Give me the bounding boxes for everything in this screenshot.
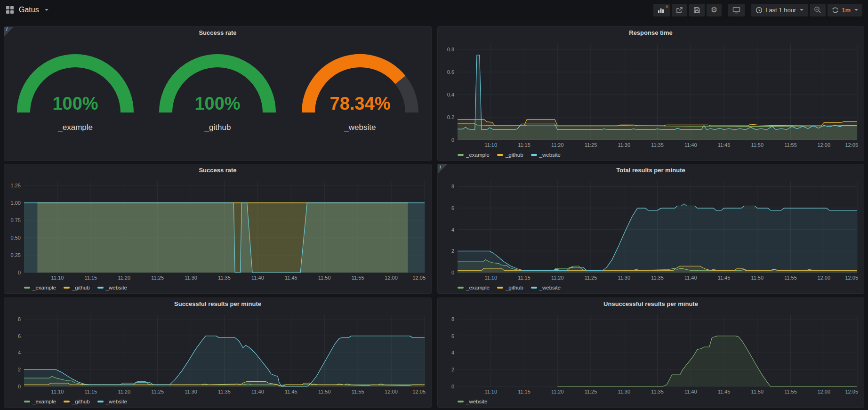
time-range-caret-icon: [800, 9, 804, 11]
navbar-right: + ⚙ Last 1 hour 1m: [651, 4, 862, 16]
legend-label: _website: [466, 399, 487, 404]
svg-text:0.8: 0.8: [447, 47, 454, 52]
total-results-legend: _example_github_website: [458, 283, 860, 292]
legend-item-_website[interactable]: _website: [97, 399, 127, 404]
gauge-arc: 78.34%: [289, 41, 431, 122]
svg-text:11:40: 11:40: [684, 389, 697, 394]
legend-item-_website[interactable]: _website: [531, 152, 561, 158]
svg-text:12:00: 12:00: [385, 389, 398, 394]
settings-button[interactable]: ⚙: [707, 4, 722, 16]
svg-text:11:30: 11:30: [185, 275, 197, 281]
svg-text:11:30: 11:30: [618, 142, 630, 148]
svg-text:12:00: 12:00: [817, 389, 830, 394]
dashboard-title[interactable]: Gatus: [19, 6, 39, 14]
chart-canvas[interactable]: 00.250.500.751.001.2511:1011:1511:2011:2…: [6, 177, 427, 282]
legend-label: _website: [539, 152, 561, 158]
response-time-chart[interactable]: 00.20.40.60.811:1011:1511:2011:2511:3011…: [440, 39, 860, 149]
svg-text:11:15: 11:15: [518, 142, 530, 148]
legend-label: _github: [72, 399, 90, 404]
refresh-button[interactable]: 1m: [828, 4, 862, 16]
svg-text:12:05: 12:05: [845, 142, 858, 148]
gauge-label: _example: [58, 123, 93, 132]
svg-text:0.25: 0.25: [11, 252, 21, 258]
refresh-icon: [832, 7, 839, 14]
response-time-legend: _example_github_website: [458, 151, 860, 159]
add-panel-button[interactable]: +: [653, 4, 670, 16]
svg-text:12:00: 12:00: [817, 275, 830, 281]
legend-item-_website[interactable]: _website: [97, 285, 127, 290]
legend-item-_website[interactable]: _website: [531, 285, 561, 290]
svg-text:4: 4: [451, 350, 454, 355]
grafana-menu-icon[interactable]: [6, 6, 14, 14]
svg-text:11:50: 11:50: [751, 142, 764, 148]
unsuccessful-results-chart[interactable]: 0246811:1011:1511:2011:2511:3011:3511:40…: [440, 310, 860, 396]
svg-text:11:35: 11:35: [651, 389, 664, 394]
save-button[interactable]: [689, 4, 705, 16]
panel-title[interactable]: Success rate: [4, 27, 431, 39]
legend-item-_github[interactable]: _github: [64, 285, 90, 290]
svg-text:0: 0: [451, 384, 454, 389]
chart-canvas[interactable]: 0246811:1011:1511:2011:2511:3011:3511:40…: [6, 310, 427, 396]
legend-label: _example: [466, 152, 490, 158]
time-range-label: Last 1 hour: [765, 7, 796, 14]
svg-text:11:40: 11:40: [684, 142, 697, 148]
panel-title[interactable]: Successful results per minute: [4, 298, 431, 310]
svg-text:11:50: 11:50: [318, 275, 331, 281]
zoom-out-button[interactable]: [810, 4, 826, 16]
tv-mode-button[interactable]: [728, 4, 745, 16]
svg-text:11:15: 11:15: [518, 275, 530, 281]
svg-text:6: 6: [451, 333, 454, 339]
chart-canvas[interactable]: 00.20.40.60.811:1011:1511:2011:2511:3011…: [440, 39, 860, 149]
panel-title[interactable]: Success rate: [4, 164, 431, 177]
panel-info-icon[interactable]: i: [438, 164, 447, 174]
legend-color-dash: [531, 154, 537, 156]
total-results-chart[interactable]: 0246811:1011:1511:2011:2511:3011:3511:40…: [440, 177, 860, 282]
unsuccessful-results-legend: _website: [458, 397, 860, 406]
chart-canvas[interactable]: 0246811:1011:1511:2011:2511:3011:3511:40…: [440, 310, 860, 396]
panel-total-results: i Total results per minute 0246811:1011:…: [437, 164, 864, 294]
svg-text:0: 0: [18, 270, 21, 275]
legend-label: _example: [32, 285, 56, 290]
panel-success-rate-chart: Success rate 00.250.500.751.001.2511:101…: [4, 164, 432, 294]
legend-item-_website[interactable]: _website: [458, 399, 487, 404]
panel-title[interactable]: Response time: [438, 27, 864, 39]
legend-item-_example[interactable]: _example: [458, 152, 490, 158]
panel-info-icon[interactable]: i: [4, 27, 14, 36]
legend-label: _github: [506, 152, 523, 158]
svg-text:0.6: 0.6: [447, 69, 454, 75]
legend-item-_github[interactable]: _github: [497, 152, 523, 158]
success-rate-legend: _example_github_website: [24, 283, 427, 292]
legend-color-dash: [97, 287, 104, 289]
svg-text:11:55: 11:55: [352, 389, 364, 394]
legend-color-dash: [458, 401, 464, 402]
successful-results-chart[interactable]: 0246811:1011:1511:2011:2511:3011:3511:40…: [6, 310, 427, 396]
svg-text:6: 6: [451, 205, 454, 211]
panel-title[interactable]: Total results per minute: [438, 164, 864, 177]
legend-color-dash: [64, 287, 70, 289]
legend-item-_github[interactable]: _github: [64, 399, 90, 404]
success-rate-chart[interactable]: 00.250.500.751.001.2511:1011:1511:2011:2…: [6, 177, 427, 282]
legend-item-_example[interactable]: _example: [24, 399, 56, 404]
svg-text:11:45: 11:45: [285, 389, 297, 394]
legend-item-_example[interactable]: _example: [458, 285, 490, 290]
svg-text:11:55: 11:55: [352, 275, 364, 281]
svg-text:1.25: 1.25: [11, 183, 21, 188]
legend-label: _example: [466, 285, 490, 290]
svg-text:11:40: 11:40: [251, 389, 264, 394]
time-range-button[interactable]: Last 1 hour: [751, 4, 808, 16]
legend-color-dash: [24, 401, 30, 402]
svg-text:11:15: 11:15: [84, 389, 97, 394]
panel-title[interactable]: Unsuccessful results per minute: [438, 298, 864, 310]
share-button[interactable]: [672, 4, 687, 16]
legend-item-_example[interactable]: _example: [24, 285, 56, 290]
svg-text:12:00: 12:00: [385, 275, 398, 281]
legend-item-_github[interactable]: _github: [497, 285, 523, 290]
gauge-label: _github: [205, 123, 231, 132]
svg-text:11:50: 11:50: [751, 389, 764, 394]
legend-label: _example: [32, 399, 56, 404]
svg-text:12:05: 12:05: [845, 275, 858, 281]
save-icon: [693, 7, 700, 14]
share-icon: [676, 7, 683, 14]
gauge-arc: 100%: [147, 41, 288, 122]
chart-canvas[interactable]: 0246811:1011:1511:2011:2511:3011:3511:40…: [440, 177, 860, 282]
